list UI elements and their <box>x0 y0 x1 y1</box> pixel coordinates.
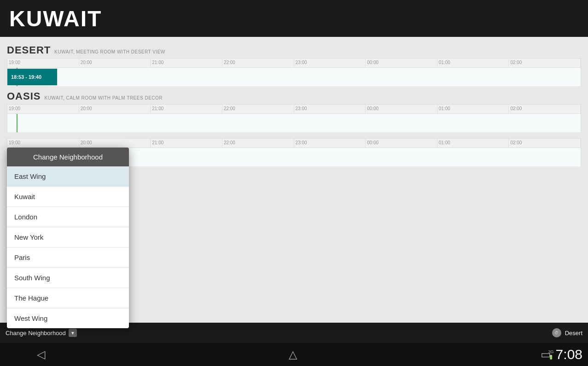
dropdown-item-london[interactable]: London <box>7 207 129 227</box>
timeline-oasis: 19:00 20:00 21:00 22:00 23:00 00:00 01:0… <box>7 104 581 132</box>
hour-label: 02:00 <box>509 139 581 148</box>
timeline-body-desert: 18:53 - 19:40 <box>7 68 581 86</box>
dropdown-item-east-wing[interactable]: East Wing <box>7 166 129 187</box>
dropdown-item-paris[interactable]: Paris <box>7 248 129 268</box>
room-name-oasis: OASIS <box>7 90 41 102</box>
timeline-header-oasis: 19:00 20:00 21:00 22:00 23:00 00:00 01:0… <box>7 105 581 114</box>
hour-label: 19:00 <box>7 59 79 67</box>
hour-label: 22:00 <box>222 59 294 67</box>
dropdown-item-west-wing[interactable]: West Wing <box>7 308 129 328</box>
hour-label: 01:00 <box>437 59 509 67</box>
room-subtitle-oasis: Kuwait, Calm Room with Palm Trees Decor <box>44 95 163 100</box>
back-button[interactable]: ◁ <box>37 348 45 361</box>
status-icons: 3G 🔋 <box>548 349 554 360</box>
timeline-desert: 19:00 20:00 21:00 22:00 23:00 00:00 01:0… <box>7 58 581 86</box>
bottom-right-info: ⏱ Desert <box>552 328 582 337</box>
hour-label: 00:00 <box>366 105 437 113</box>
room-title-desert: DESERT Kuwait, Meeting Room with Desert … <box>7 44 581 56</box>
timeline-event-desert[interactable]: 18:53 - 19:40 <box>7 69 57 85</box>
timeline-body-oasis <box>7 114 581 132</box>
hour-label: 21:00 <box>151 105 222 113</box>
hour-label: 23:00 <box>294 59 366 67</box>
room-section-oasis: OASIS Kuwait, Calm Room with Palm Trees … <box>0 88 588 132</box>
room-title-oasis: OASIS Kuwait, Calm Room with Palm Trees … <box>7 90 581 102</box>
hour-label: 21:00 <box>151 139 222 148</box>
dropdown-item-south-wing[interactable]: South Wing <box>7 268 129 288</box>
battery-icon: 🔋 <box>548 355 553 360</box>
neighborhood-dropdown[interactable]: Change Neighborhood East Wing Kuwait Lon… <box>7 148 129 328</box>
hour-label: 20:00 <box>79 59 151 67</box>
hour-label: 02:00 <box>509 105 581 113</box>
change-neighborhood-label: Change Neighborhood <box>6 330 66 336</box>
dropdown-item-new-york[interactable]: New York <box>7 227 129 248</box>
home-button[interactable]: △ <box>289 348 297 361</box>
current-time-line-oasis <box>17 114 17 132</box>
change-neighborhood-button[interactable]: Change Neighborhood ▼ <box>6 329 77 337</box>
dropdown-arrow-icon: ▼ <box>69 329 77 337</box>
signal-label: 3G <box>548 349 554 354</box>
current-location-label: Desert <box>565 330 582 336</box>
hour-label: 19:00 <box>7 105 79 113</box>
dropdown-item-kuwait[interactable]: Kuwait <box>7 187 129 207</box>
time-display: 3G 🔋 7:08 <box>548 347 582 362</box>
room-subtitle-desert: Kuwait, Meeting Room with Desert View <box>54 49 165 54</box>
hour-label: 23:00 <box>294 139 366 148</box>
clock-icon: ⏱ <box>552 328 561 337</box>
nav-bar: ◁ △ ▭ 3G 🔋 7:08 <box>0 343 588 366</box>
hour-label: 00:00 <box>366 139 437 148</box>
hour-label: 02:00 <box>509 59 581 67</box>
app-header: KUWAIT <box>0 0 588 37</box>
hour-label: 22:00 <box>222 139 294 148</box>
hour-label: 23:00 <box>294 105 366 113</box>
room-section-desert: DESERT Kuwait, Meeting Room with Desert … <box>0 41 588 86</box>
dropdown-item-the-hague[interactable]: The Hague <box>7 288 129 308</box>
room-name-desert: DESERT <box>7 44 51 56</box>
hour-label: 01:00 <box>437 105 509 113</box>
hour-label: 21:00 <box>151 59 222 67</box>
timeline-header-desert: 19:00 20:00 21:00 22:00 23:00 00:00 01:0… <box>7 59 581 68</box>
hour-label: 20:00 <box>79 105 151 113</box>
hour-label: 01:00 <box>437 139 509 148</box>
app-title: KUWAIT <box>9 6 102 31</box>
hour-label: 19:00 <box>7 139 79 148</box>
hour-label: 20:00 <box>79 139 151 148</box>
timeline-header-3: 19:00 20:00 21:00 22:00 23:00 00:00 01:0… <box>7 139 581 148</box>
dropdown-header: Change Neighborhood <box>7 148 129 166</box>
clock-time: 7:08 <box>556 347 582 362</box>
hour-label: 00:00 <box>366 59 437 67</box>
hour-label: 22:00 <box>222 105 294 113</box>
